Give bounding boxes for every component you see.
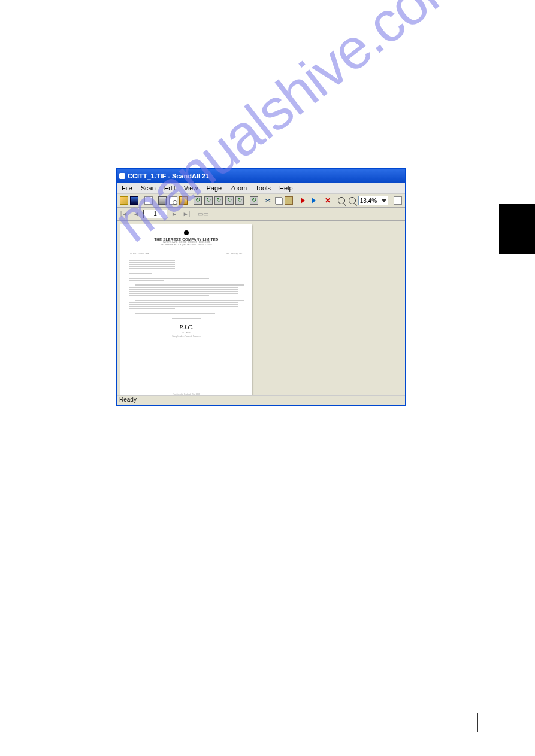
- rotate-2-button[interactable]: [204, 196, 213, 205]
- document-salutation: [129, 273, 244, 274]
- menu-tools[interactable]: Tools: [252, 184, 274, 192]
- flip-blue-button[interactable]: [309, 196, 319, 205]
- zoom-out-button[interactable]: [347, 196, 357, 205]
- document-body-para4: [129, 313, 244, 314]
- last-page-button[interactable]: ►|: [182, 210, 191, 218]
- copy-button[interactable]: [274, 196, 283, 205]
- zoom-level-value: 13.4%: [360, 198, 377, 204]
- menu-help[interactable]: Help: [276, 184, 297, 192]
- open-button[interactable]: [119, 196, 129, 205]
- cut-button[interactable]: ✂: [263, 196, 273, 205]
- document-signature: P.J.C.: [129, 324, 244, 330]
- menu-zoom[interactable]: Zoom: [226, 184, 250, 192]
- two-page-view-button[interactable]: ▭▭: [198, 210, 208, 218]
- save-button[interactable]: [130, 196, 140, 205]
- menu-file[interactable]: File: [118, 184, 136, 192]
- print-preview-icon: [169, 196, 177, 205]
- document-address: SAPORS LANE · BOOLE · DORSET · BH 25 8 E…: [129, 242, 244, 247]
- rotate-icon: [235, 196, 244, 205]
- rotate-4-button[interactable]: [225, 196, 234, 205]
- document-body-para2: [129, 284, 244, 296]
- folder-open-icon: [120, 196, 128, 205]
- menu-edit[interactable]: Edit: [161, 184, 179, 192]
- scanner-icon: [144, 196, 153, 205]
- zoom-level-combo[interactable]: 13.4%: [358, 196, 389, 205]
- document-closing: [129, 318, 244, 319]
- horizontal-rule: [0, 108, 535, 108]
- status-text: Ready: [119, 396, 137, 403]
- fit-button[interactable]: [393, 196, 403, 205]
- page-number-input[interactable]: [143, 210, 167, 218]
- chevron-down-icon: [382, 199, 386, 202]
- document-footer: Registered in England: No. 2088Registere…: [120, 394, 252, 395]
- menubar: File Scan Edit View Page Zoom Tools Help: [117, 183, 405, 193]
- flip-red-button[interactable]: [298, 196, 308, 205]
- printer-icon: [158, 196, 167, 205]
- tool-icon: [250, 196, 258, 205]
- delete-button[interactable]: ✕: [323, 196, 333, 205]
- document-ref: Our Ref. 350/PJC/EAC: [129, 253, 150, 255]
- zoom-out-icon: [349, 197, 356, 204]
- menu-view[interactable]: View: [180, 184, 202, 192]
- scan-button[interactable]: [144, 196, 153, 205]
- rotate-icon: [225, 196, 234, 205]
- fit-icon: [394, 196, 402, 205]
- viewer-area: THE SLEREXE COMPANY LIMITED SAPORS LANE …: [117, 221, 405, 395]
- x-icon: ✕: [325, 196, 331, 205]
- main-toolbar: ✂ ✕ 13.4%: [117, 193, 405, 208]
- rotate-icon: [214, 196, 223, 205]
- mail-icon: [179, 196, 188, 205]
- first-page-button[interactable]: |◄: [119, 210, 129, 218]
- print-button[interactable]: [158, 196, 168, 205]
- statusbar: Ready: [117, 395, 405, 405]
- document-signer-title: Group Leader - Facsimile Research: [129, 335, 244, 338]
- zoom-in-button[interactable]: [337, 196, 347, 205]
- rotate-icon: [194, 196, 202, 205]
- triangle-red-icon: [301, 198, 305, 204]
- print-preview-button[interactable]: [168, 196, 178, 205]
- app-icon: [119, 173, 125, 179]
- page-tab-black: [499, 204, 535, 254]
- next-page-button[interactable]: ►: [170, 210, 179, 218]
- document-logo-dot: [184, 230, 189, 235]
- paste-button[interactable]: [285, 196, 294, 205]
- prev-page-button[interactable]: ◄: [131, 210, 141, 218]
- page-nav-toolbar: |◄ ◄ ► ►| ▭▭: [117, 208, 405, 221]
- floppy-icon: [130, 196, 138, 205]
- rotate-3-button[interactable]: [214, 196, 223, 205]
- menu-page[interactable]: Page: [202, 184, 225, 192]
- rotate-5-button[interactable]: [235, 196, 244, 205]
- copy-icon: [275, 197, 282, 204]
- tool-a-button[interactable]: [249, 196, 259, 205]
- window-title: CCITT_1.TIF - ScandAll 21: [128, 172, 209, 180]
- document-recipient: [129, 260, 244, 269]
- document-body-para1: [129, 278, 244, 281]
- triangle-blue-icon: [312, 198, 316, 204]
- page-edge-marker: [477, 713, 478, 732]
- titlebar: CCITT_1.TIF - ScandAll 21: [117, 169, 405, 183]
- rotate-1-button[interactable]: [193, 196, 202, 205]
- document-signer-name: P.J. CROSS: [129, 332, 244, 334]
- menu-scan[interactable]: Scan: [137, 184, 159, 192]
- document-body-para3: [129, 300, 244, 309]
- document-preview: THE SLEREXE COMPANY LIMITED SAPORS LANE …: [120, 224, 252, 395]
- scandall-window: CCITT_1.TIF - ScandAll 21 File Scan Edit…: [116, 168, 406, 406]
- mail-button[interactable]: [179, 196, 189, 205]
- rotate-icon: [204, 196, 213, 205]
- scissors-icon: ✂: [265, 196, 271, 205]
- document-date: 18th January, 1972.: [225, 253, 244, 255]
- clipboard-icon: [285, 196, 293, 205]
- zoom-in-icon: [338, 197, 345, 204]
